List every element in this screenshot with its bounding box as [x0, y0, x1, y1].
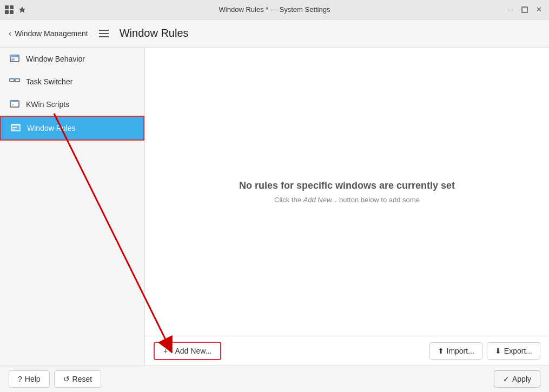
maximize-button[interactable] [519, 4, 531, 16]
import-button[interactable]: ⬆ Import... [429, 342, 482, 360]
main-panel: No rules for specific windows are curren… [145, 48, 549, 366]
reset-icon: ↺ [63, 375, 70, 383]
footer-bar: ? Help ↺ Reset ✓ Apply [0, 366, 549, 392]
hamburger-button[interactable] [99, 30, 109, 37]
svg-rect-11 [15, 78, 19, 79]
footer-left: ? Help ↺ Reset [9, 370, 101, 388]
apply-icon: ✓ [503, 375, 510, 383]
sidebar-item-label-window-rules: Window Rules [27, 124, 75, 132]
svg-rect-0 [5, 5, 9, 9]
add-new-button[interactable]: + + Add New... [154, 342, 221, 360]
kwin-scripts-icon: >_ [9, 98, 21, 110]
reset-label: Reset [72, 375, 92, 383]
svg-rect-1 [10, 5, 14, 9]
back-label: Window Management [15, 29, 88, 38]
reset-button[interactable]: ↺ Reset [54, 370, 102, 388]
add-icon: + [163, 347, 168, 355]
task-switcher-icon [9, 76, 21, 88]
hamburger-line-1 [99, 30, 109, 31]
empty-subtitle-prefix: Click the [274, 196, 303, 204]
empty-state-title: No rules for specific windows are curren… [239, 180, 455, 191]
close-button[interactable]: ✕ [533, 4, 545, 16]
window-rules-icon [10, 122, 22, 134]
content-area: Window Behavior Task Switcher [0, 48, 549, 366]
empty-state: No rules for specific windows are curren… [145, 48, 549, 336]
help-label: Help [25, 375, 41, 383]
svg-rect-17 [12, 127, 17, 128]
sidebar-item-window-rules[interactable]: Window Rules [0, 116, 144, 141]
svg-rect-18 [12, 129, 15, 130]
sidebar-item-kwin-scripts[interactable]: >_ KWin Scripts [0, 93, 144, 116]
svg-rect-7 [11, 58, 15, 61]
sidebar-item-label-window-behavior: Window Behavior [26, 55, 85, 63]
titlebar: Window Rules * — System Settings — ✕ [0, 0, 549, 19]
sidebar-item-label-kwin-scripts: KWin Scripts [26, 100, 69, 109]
hamburger-line-2 [99, 33, 109, 34]
hamburger-line-3 [99, 36, 109, 37]
svg-rect-6 [10, 55, 19, 57]
window-behavior-icon [9, 53, 21, 65]
empty-subtitle-suffix: button below to add some [337, 196, 420, 204]
help-button[interactable]: ? Help [9, 370, 50, 388]
empty-subtitle-link: Add New... [303, 196, 338, 204]
action-bar: + + Add New... ⬆ Import... ⬇ Export... [145, 336, 549, 366]
window-title: Window Rules * — System Settings [219, 5, 330, 14]
minimize-button[interactable]: — [505, 4, 517, 16]
export-label: Export... [504, 347, 532, 355]
add-new-label: + Add New... [169, 347, 211, 355]
export-icon: ⬇ [495, 347, 501, 355]
sidebar-item-label-task-switcher: Task Switcher [26, 77, 72, 86]
sidebar-item-task-switcher[interactable]: Task Switcher [0, 70, 144, 93]
sidebar-item-window-behavior[interactable]: Window Behavior [0, 48, 144, 70]
svg-rect-3 [10, 10, 14, 14]
svg-rect-13 [10, 101, 19, 102]
empty-state-subtitle: Click the Add New... button below to add… [274, 196, 420, 204]
sidebar: Window Behavior Task Switcher [0, 48, 145, 366]
apply-label: Apply [512, 375, 531, 383]
app-icon [4, 5, 14, 15]
back-chevron-icon: ‹ [9, 29, 11, 38]
header-row: ‹ Window Management Window Rules [0, 19, 549, 48]
back-button[interactable]: ‹ Window Management [9, 29, 88, 38]
help-icon: ? [18, 375, 22, 383]
import-icon: ⬆ [438, 347, 444, 355]
svg-rect-4 [522, 7, 527, 12]
app-container: ‹ Window Management Window Rules Window [0, 19, 549, 392]
svg-text:>_: >_ [11, 103, 16, 107]
apply-button[interactable]: ✓ Apply [494, 370, 540, 388]
svg-rect-16 [11, 124, 20, 126]
svg-rect-10 [10, 78, 14, 79]
import-label: Import... [447, 347, 474, 355]
footer-right: ✓ Apply [494, 370, 540, 388]
export-button[interactable]: ⬇ Export... [487, 342, 540, 360]
page-title: Window Rules [120, 27, 189, 39]
svg-rect-2 [5, 10, 9, 14]
pin-icon[interactable] [17, 5, 27, 15]
